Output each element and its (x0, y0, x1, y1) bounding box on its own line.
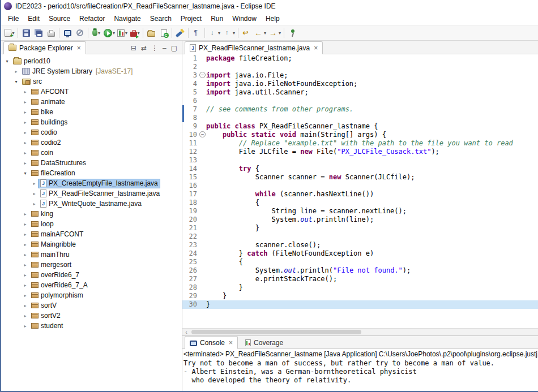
code-line-1[interactable]: 1package fileCreation; (182, 54, 538, 63)
previous-annotation-button[interactable]: ▾ (221, 27, 236, 40)
expand-arrow-icon[interactable]: ▸ (22, 212, 29, 217)
code-line-29[interactable]: 29 } (182, 292, 538, 300)
tree-item-student[interactable]: ▸student (1, 321, 182, 331)
new-java-class-button[interactable] (157, 27, 170, 40)
tree-item-king[interactable]: ▸king (1, 209, 182, 219)
fold-collapse-icon[interactable] (199, 71, 206, 80)
tree-item-px-createemptyfile-lastname-java[interactable]: ▸JPX_CreateEmptyFile_lastname.java (1, 178, 182, 188)
tree-item-codio[interactable]: ▸codio (1, 127, 182, 137)
code-line-17[interactable]: 17 while (scanner.hasNextLine()) (182, 190, 538, 199)
show-whitespace-button[interactable] (190, 27, 203, 40)
code-line-13[interactable]: 13 (182, 156, 538, 165)
tab-console[interactable]: Console× (185, 336, 238, 349)
expand-arrow-icon[interactable]: ▸ (22, 262, 29, 268)
save-button[interactable] (20, 27, 32, 40)
search-button[interactable] (174, 27, 186, 40)
tree-item-buildings[interactable]: ▸buildings (1, 117, 182, 127)
link-with-editor-icon[interactable]: ⇄ (141, 45, 147, 51)
expand-arrow-icon[interactable]: ▸ (22, 140, 29, 145)
run-external-tools-button[interactable]: ▾ (129, 27, 141, 40)
collapse-arrow-icon[interactable]: ▾ (22, 171, 29, 176)
close-icon[interactable]: × (77, 44, 81, 52)
scrollbar-thumb[interactable] (191, 330, 361, 334)
code-line-20[interactable]: 20 System.out.println(line); (182, 216, 538, 224)
expand-arrow-icon[interactable]: ▸ (22, 242, 29, 247)
new-java-project-button[interactable] (145, 27, 157, 40)
tree-item-loop[interactable]: ▸loop (1, 219, 182, 229)
maximize-icon[interactable]: ▢ (171, 45, 177, 51)
tree-item-datastructures[interactable]: ▸DataStructures (1, 158, 182, 168)
tree-item-animate[interactable]: ▸animate (1, 97, 182, 107)
menu-help[interactable]: Help (261, 14, 284, 24)
menu-edit[interactable]: Edit (23, 14, 44, 24)
code-line-14[interactable]: 14 try { (182, 165, 538, 173)
menu-window[interactable]: Window (228, 14, 261, 24)
close-icon[interactable]: × (229, 339, 233, 347)
forward-button[interactable]: ▾ (267, 27, 282, 40)
menu-project[interactable]: Project (176, 14, 206, 24)
tab-editor-file[interactable]: J PX_ReadFileScanner_lastname.java × (185, 41, 323, 54)
expand-arrow-icon[interactable]: ▸ (22, 313, 29, 318)
code-line-23[interactable]: 23 scanner.close(); (182, 241, 538, 249)
code-line-19[interactable]: 19 String line = scanner.nextLine(); (182, 207, 538, 216)
tree-item-coin[interactable]: ▸coin (1, 148, 182, 158)
expand-arrow-icon[interactable]: ▸ (22, 110, 29, 115)
menu-refactor[interactable]: Refactor (75, 14, 109, 24)
code-line-5[interactable]: 5import java.util.Scanner; (182, 88, 538, 97)
tree-item-sortv2[interactable]: ▸sortV2 (1, 311, 182, 321)
code-line-9[interactable]: 9public class PX_ReadFileScanner_lastnam… (182, 122, 538, 131)
dropdown-arrow-icon[interactable]: ▾ (98, 31, 100, 36)
expand-arrow-icon[interactable]: ▸ (22, 100, 29, 105)
fold-collapse-icon[interactable] (199, 131, 206, 139)
tree-item-polymorphism[interactable]: ▸polymorphism (1, 290, 182, 300)
tree-item-period10[interactable]: ▾period10 (1, 56, 182, 66)
expand-arrow-icon[interactable]: ▸ (22, 324, 29, 329)
code-line-26[interactable]: 26 System.out.println("File not found.")… (182, 266, 538, 275)
expand-arrow-icon[interactable]: ▸ (31, 201, 38, 206)
back-button[interactable]: ▾ (253, 27, 267, 40)
code-line-10[interactable]: 10 public static void main(String[] args… (182, 131, 538, 139)
dropdown-arrow-icon[interactable]: ▾ (264, 31, 266, 36)
dropdown-arrow-icon[interactable]: ▾ (218, 31, 220, 36)
tree-item-override6-7-a[interactable]: ▸overRide6_7_A (1, 280, 182, 290)
code-editor[interactable]: 1package fileCreation;23import java.io.F… (182, 54, 538, 328)
minimize-icon[interactable]: – (163, 45, 166, 51)
tree-item-bike[interactable]: ▸bike (1, 107, 182, 117)
expand-arrow-icon[interactable]: ▸ (22, 150, 29, 156)
expand-arrow-icon[interactable]: ▸ (12, 69, 20, 74)
code-line-24[interactable]: 24 } catch (FileNotFoundException e) (182, 249, 538, 258)
tree-item-override6-7[interactable]: ▸overRide6_7 (1, 270, 182, 280)
tree-item-afcont[interactable]: ▸AFCONT (1, 87, 182, 97)
code-line-11[interactable]: 11 // Replace "example.txt" with the pat… (182, 139, 538, 148)
tree-item-px-writequote-lastname-java[interactable]: ▸JPX_WriteQuote_lastname.java (1, 199, 182, 209)
tree-item-codio2[interactable]: ▸codio2 (1, 137, 182, 148)
collapse-all-icon[interactable]: ⊟ (131, 45, 136, 51)
code-line-3[interactable]: 3import java.io.File; (182, 71, 538, 80)
code-line-21[interactable]: 21 } (182, 224, 538, 232)
code-line-12[interactable]: 12 File JLCfile = new File("PX_JLCFile_C… (182, 148, 538, 156)
menu-run[interactable]: Run (206, 14, 228, 24)
expand-arrow-icon[interactable]: ▸ (22, 130, 29, 135)
code-line-6[interactable]: 6 (182, 97, 538, 105)
open-console-button[interactable] (61, 27, 74, 40)
pin-editor-button[interactable] (286, 27, 298, 40)
expand-arrow-icon[interactable]: ▸ (31, 191, 38, 196)
expand-arrow-icon[interactable]: ▸ (22, 89, 29, 94)
code-line-30[interactable]: 30} (182, 300, 538, 309)
expand-arrow-icon[interactable]: ▸ (22, 161, 29, 166)
dropdown-arrow-icon[interactable]: ▾ (125, 31, 127, 36)
scroll-left-icon[interactable]: ‹ (182, 329, 190, 335)
tree-item-px-readfilescanner-lastname-java[interactable]: ▸JPX_ReadFileScanner_lastname.java (1, 188, 182, 199)
tree-item-jre-system-library[interactable]: ▸JRE System Library[JavaSE-17] (1, 66, 182, 76)
close-icon[interactable]: × (314, 44, 318, 52)
code-line-25[interactable]: 25 { (182, 258, 538, 266)
tree-item-src[interactable]: ▾src (1, 76, 182, 87)
tree-item-filecreation[interactable]: ▾fileCreation (1, 168, 182, 178)
menu-navigate[interactable]: Navigate (109, 14, 145, 24)
code-line-28[interactable]: 28 } (182, 283, 538, 292)
expand-arrow-icon[interactable]: ▸ (31, 181, 38, 186)
tree-item-sortv[interactable]: ▸sortV (1, 300, 182, 311)
run-button[interactable]: ▾ (103, 27, 116, 40)
horizontal-scrollbar[interactable]: ‹ (182, 328, 538, 335)
next-annotation-button[interactable]: ▾ (207, 27, 221, 40)
